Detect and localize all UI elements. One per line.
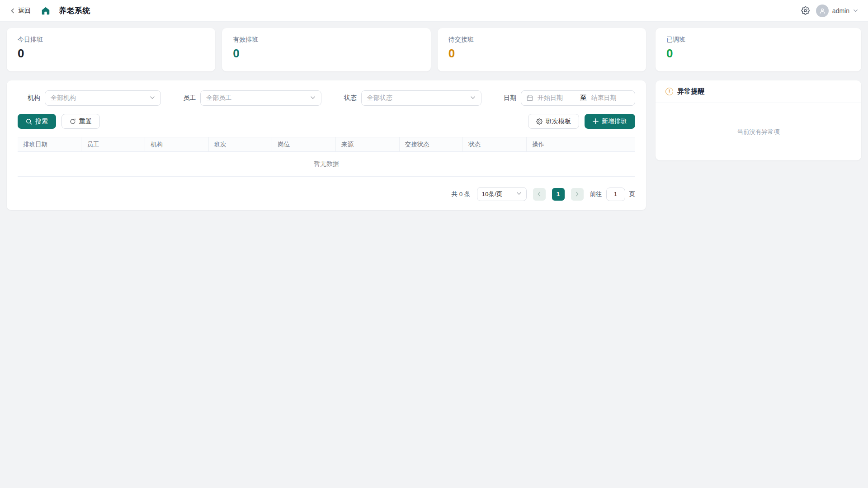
add-schedule-label: 新增排班	[602, 117, 627, 126]
empty-data-text: 暂无数据	[18, 152, 635, 177]
stat-value: 0	[666, 47, 850, 61]
header-right: admin	[801, 5, 858, 17]
settings-gear-icon[interactable]	[801, 6, 810, 15]
filter-staff: 员工 全部员工	[183, 90, 321, 106]
alerts-panel: ! 异常提醒 当前没有异常项	[656, 80, 861, 160]
stat-label: 已调班	[666, 36, 850, 44]
staff-select[interactable]: 全部员工	[200, 90, 321, 106]
date-range-picker[interactable]: 开始日期 至 结束日期	[521, 90, 635, 106]
org-select[interactable]: 全部机构	[45, 90, 161, 106]
calendar-icon	[527, 95, 533, 101]
stat-value: 0	[233, 47, 420, 61]
org-label: 机构	[28, 94, 40, 102]
username: admin	[832, 7, 849, 14]
page-unit-label: 页	[629, 190, 636, 198]
next-page-button[interactable]	[571, 188, 584, 201]
page-size-select[interactable]: 10条/页	[477, 187, 527, 201]
shift-template-label: 班次模板	[546, 117, 571, 126]
col-post: 岗位	[272, 137, 336, 152]
col-shift: 班次	[208, 137, 272, 152]
user-menu[interactable]: admin	[816, 5, 858, 17]
alerts-title: 异常提醒	[677, 87, 704, 96]
page-number-1[interactable]: 1	[552, 188, 565, 201]
chevron-down-icon	[470, 94, 476, 102]
stat-label: 待交接班	[448, 36, 635, 44]
stat-card-pending-handover: 待交接班 0	[438, 28, 646, 71]
filter-status: 状态 全部状态	[344, 90, 481, 106]
chevron-down-icon	[853, 7, 858, 14]
prev-page-button[interactable]	[533, 188, 546, 201]
start-date-input[interactable]: 开始日期	[538, 94, 576, 102]
alerts-empty-text: 当前没有异常项	[737, 128, 780, 136]
date-label: 日期	[504, 94, 516, 102]
actions-left: 搜索 重置	[18, 114, 100, 129]
pagination: 共 0 条 10条/页 1 前往 页	[18, 187, 635, 201]
stats-row: 今日排班 0 有效排班 0 待交接班 0	[7, 28, 646, 71]
back-button[interactable]: 返回	[10, 7, 31, 15]
side-column: 已调班 0 ! 异常提醒 当前没有异常项	[656, 28, 861, 160]
page-size-value: 10条/页	[482, 190, 503, 198]
actions-row: 搜索 重置 班次模板	[18, 114, 635, 129]
stat-card-today: 今日排班 0	[7, 28, 215, 71]
actions-right: 班次模板 新增排班	[528, 114, 635, 129]
page-content: 今日排班 0 有效排班 0 待交接班 0 机构 全部机构	[0, 22, 868, 216]
shift-template-button[interactable]: 班次模板	[528, 114, 579, 129]
avatar	[816, 5, 829, 17]
goto-page-input[interactable]	[606, 188, 625, 201]
date-separator: 至	[580, 94, 586, 102]
alerts-body: 当前没有异常项	[656, 103, 861, 160]
col-org: 机构	[145, 137, 208, 152]
stat-label: 有效排班	[233, 36, 420, 44]
chevron-down-icon	[310, 94, 316, 102]
stat-value: 0	[18, 47, 204, 61]
table-empty-row: 暂无数据	[18, 152, 635, 177]
search-button[interactable]: 搜索	[18, 114, 56, 129]
filter-bar: 机构 全部机构 员工 全部员工	[18, 90, 635, 106]
table-header-row: 排班日期 员工 机构 班次 岗位 来源 交接状态 状态 操作	[18, 137, 635, 152]
reset-label: 重置	[79, 117, 92, 126]
warning-circle-icon: !	[665, 88, 673, 95]
goto-page-group: 前往 页	[590, 188, 636, 201]
col-status: 状态	[463, 137, 527, 152]
reset-button[interactable]: 重置	[61, 114, 100, 129]
stat-value: 0	[448, 47, 635, 61]
page-title: 养老系统	[59, 5, 90, 16]
chevron-down-icon	[516, 191, 522, 197]
col-schedule-date: 排班日期	[18, 137, 81, 152]
alerts-header: ! 异常提醒	[656, 80, 861, 103]
col-staff: 员工	[81, 137, 145, 152]
stat-card-effective: 有效排班 0	[222, 28, 430, 71]
plus-icon	[593, 118, 599, 124]
status-label: 状态	[344, 94, 357, 102]
staff-label: 员工	[183, 94, 196, 102]
staff-select-value: 全部员工	[206, 94, 231, 102]
status-select[interactable]: 全部状态	[361, 90, 481, 106]
col-actions: 操作	[527, 137, 636, 152]
col-source: 来源	[335, 137, 399, 152]
filter-date: 日期 开始日期 至 结束日期	[504, 90, 635, 106]
add-schedule-button[interactable]: 新增排班	[585, 114, 635, 129]
search-label: 搜索	[35, 117, 48, 126]
search-icon	[26, 118, 32, 125]
chevron-left-icon	[10, 8, 15, 14]
back-label: 返回	[18, 7, 31, 15]
top-header: 返回 养老系统 admin	[0, 0, 868, 22]
goto-label: 前往	[590, 190, 602, 198]
chevron-down-icon	[150, 94, 155, 102]
status-select-value: 全部状态	[367, 94, 392, 102]
filter-org: 机构 全部机构	[28, 90, 161, 106]
header-left: 返回 养老系统	[10, 5, 90, 16]
end-date-input[interactable]: 结束日期	[591, 94, 629, 102]
schedule-panel: 机构 全部机构 员工 全部员工	[7, 80, 646, 210]
total-count: 共 0 条	[451, 190, 470, 198]
col-handover-status: 交接状态	[399, 137, 463, 152]
org-select-value: 全部机构	[51, 94, 76, 102]
gear-icon	[536, 118, 542, 125]
refresh-icon	[70, 118, 76, 125]
schedule-table: 排班日期 员工 机构 班次 岗位 来源 交接状态 状态 操作 暂无数据	[18, 137, 635, 177]
main-column: 今日排班 0 有效排班 0 待交接班 0 机构 全部机构	[7, 28, 646, 210]
stat-label: 今日排班	[18, 36, 204, 44]
stat-card-reassigned: 已调班 0	[656, 28, 861, 71]
home-icon[interactable]	[41, 6, 51, 16]
